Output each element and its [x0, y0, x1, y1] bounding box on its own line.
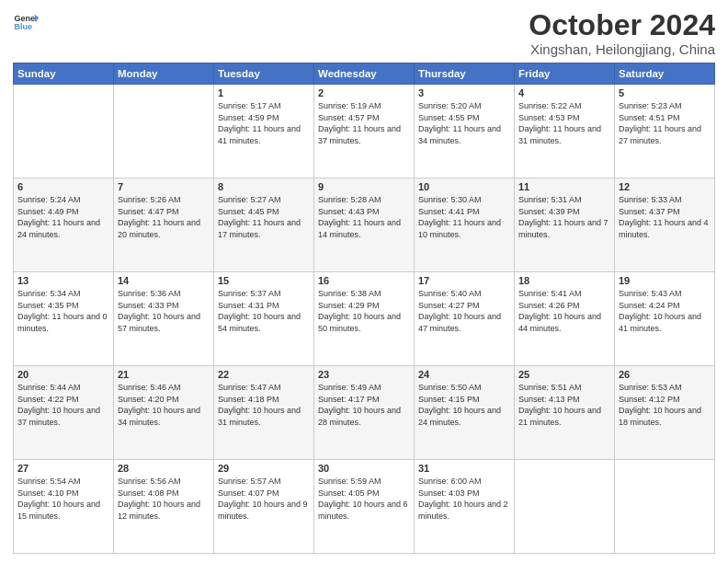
calendar-cell: 5Sunrise: 5:23 AM Sunset: 4:51 PM Daylig… [615, 85, 715, 178]
calendar-cell [14, 85, 114, 178]
calendar-cell: 25Sunrise: 5:51 AM Sunset: 4:13 PM Dayli… [515, 366, 615, 460]
day-info: Sunrise: 5:24 AM Sunset: 4:49 PM Dayligh… [17, 194, 109, 240]
calendar-cell: 31Sunrise: 6:00 AM Sunset: 4:03 PM Dayli… [415, 460, 515, 554]
day-number: 11 [518, 181, 610, 192]
day-info: Sunrise: 5:17 AM Sunset: 4:59 PM Dayligh… [218, 100, 310, 146]
day-number: 26 [619, 369, 711, 380]
day-info: Sunrise: 5:33 AM Sunset: 4:37 PM Dayligh… [619, 194, 711, 240]
day-number: 19 [619, 275, 711, 286]
calendar-cell: 8Sunrise: 5:27 AM Sunset: 4:45 PM Daylig… [214, 178, 314, 272]
subtitle: Xingshan, Heilongjiang, China [529, 41, 715, 57]
day-number: 10 [418, 181, 510, 192]
calendar-cell [114, 85, 214, 178]
calendar-cell: 28Sunrise: 5:56 AM Sunset: 4:08 PM Dayli… [114, 460, 214, 554]
calendar-header-row: SundayMondayTuesdayWednesdayThursdayFrid… [14, 63, 715, 85]
weekday-header-monday: Monday [114, 63, 214, 85]
day-info: Sunrise: 5:50 AM Sunset: 4:15 PM Dayligh… [418, 382, 510, 428]
calendar-cell: 4Sunrise: 5:22 AM Sunset: 4:53 PM Daylig… [515, 85, 615, 178]
calendar-week-2: 6Sunrise: 5:24 AM Sunset: 4:49 PM Daylig… [14, 178, 715, 272]
day-info: Sunrise: 5:40 AM Sunset: 4:27 PM Dayligh… [418, 288, 510, 334]
day-number: 30 [318, 463, 410, 474]
day-number: 22 [218, 369, 310, 380]
calendar-cell: 11Sunrise: 5:31 AM Sunset: 4:39 PM Dayli… [515, 178, 615, 272]
calendar-cell: 30Sunrise: 5:59 AM Sunset: 4:05 PM Dayli… [314, 460, 415, 554]
main-title: October 2024 [529, 9, 715, 41]
calendar-cell: 9Sunrise: 5:28 AM Sunset: 4:43 PM Daylig… [314, 178, 415, 272]
day-info: Sunrise: 5:22 AM Sunset: 4:53 PM Dayligh… [518, 100, 610, 146]
day-number: 27 [17, 463, 109, 474]
calendar-week-1: 1Sunrise: 5:17 AM Sunset: 4:59 PM Daylig… [14, 85, 715, 178]
day-info: Sunrise: 5:23 AM Sunset: 4:51 PM Dayligh… [619, 100, 711, 146]
title-block: October 2024 Xingshan, Heilongjiang, Chi… [529, 9, 715, 57]
day-info: Sunrise: 5:20 AM Sunset: 4:55 PM Dayligh… [418, 100, 510, 146]
calendar-cell: 26Sunrise: 5:53 AM Sunset: 4:12 PM Dayli… [615, 366, 715, 460]
day-number: 7 [118, 181, 210, 192]
day-number: 8 [218, 181, 310, 192]
day-info: Sunrise: 5:46 AM Sunset: 4:20 PM Dayligh… [118, 382, 210, 428]
calendar-cell: 1Sunrise: 5:17 AM Sunset: 4:59 PM Daylig… [214, 85, 314, 178]
day-number: 5 [619, 87, 711, 98]
day-info: Sunrise: 5:34 AM Sunset: 4:35 PM Dayligh… [17, 288, 109, 334]
page: General Blue October 2024 Xingshan, Heil… [0, 0, 728, 563]
day-number: 2 [318, 87, 410, 98]
day-number: 28 [118, 463, 210, 474]
calendar-cell: 17Sunrise: 5:40 AM Sunset: 4:27 PM Dayli… [415, 272, 515, 366]
day-info: Sunrise: 5:27 AM Sunset: 4:45 PM Dayligh… [218, 194, 310, 240]
day-number: 1 [218, 87, 310, 98]
day-info: Sunrise: 5:57 AM Sunset: 4:07 PM Dayligh… [218, 476, 310, 522]
day-info: Sunrise: 5:30 AM Sunset: 4:41 PM Dayligh… [418, 194, 510, 240]
calendar-cell: 7Sunrise: 5:26 AM Sunset: 4:47 PM Daylig… [114, 178, 214, 272]
day-info: Sunrise: 5:47 AM Sunset: 4:18 PM Dayligh… [218, 382, 310, 428]
weekday-header-saturday: Saturday [615, 63, 715, 85]
weekday-header-wednesday: Wednesday [314, 63, 415, 85]
header: General Blue October 2024 Xingshan, Heil… [13, 9, 715, 57]
day-number: 6 [17, 181, 109, 192]
day-info: Sunrise: 5:41 AM Sunset: 4:26 PM Dayligh… [518, 288, 610, 334]
calendar-cell: 19Sunrise: 5:43 AM Sunset: 4:24 PM Dayli… [615, 272, 715, 366]
calendar-cell: 3Sunrise: 5:20 AM Sunset: 4:55 PM Daylig… [415, 85, 515, 178]
day-number: 15 [218, 275, 310, 286]
calendar-cell: 20Sunrise: 5:44 AM Sunset: 4:22 PM Dayli… [14, 366, 114, 460]
day-number: 14 [118, 275, 210, 286]
calendar-table: SundayMondayTuesdayWednesdayThursdayFrid… [13, 63, 715, 554]
calendar-cell: 6Sunrise: 5:24 AM Sunset: 4:49 PM Daylig… [14, 178, 114, 272]
calendar-week-4: 20Sunrise: 5:44 AM Sunset: 4:22 PM Dayli… [14, 366, 715, 460]
calendar-week-5: 27Sunrise: 5:54 AM Sunset: 4:10 PM Dayli… [14, 460, 715, 554]
weekday-header-tuesday: Tuesday [214, 63, 314, 85]
calendar-cell: 2Sunrise: 5:19 AM Sunset: 4:57 PM Daylig… [314, 85, 415, 178]
day-number: 17 [418, 275, 510, 286]
calendar-cell: 29Sunrise: 5:57 AM Sunset: 4:07 PM Dayli… [214, 460, 314, 554]
day-info: Sunrise: 5:59 AM Sunset: 4:05 PM Dayligh… [318, 476, 410, 522]
logo-icon: General Blue [13, 9, 39, 35]
calendar-cell: 12Sunrise: 5:33 AM Sunset: 4:37 PM Dayli… [615, 178, 715, 272]
day-number: 24 [418, 369, 510, 380]
day-info: Sunrise: 5:26 AM Sunset: 4:47 PM Dayligh… [118, 194, 210, 240]
day-number: 4 [518, 87, 610, 98]
calendar-week-3: 13Sunrise: 5:34 AM Sunset: 4:35 PM Dayli… [14, 272, 715, 366]
day-info: Sunrise: 5:37 AM Sunset: 4:31 PM Dayligh… [218, 288, 310, 334]
day-number: 23 [318, 369, 410, 380]
day-info: Sunrise: 5:36 AM Sunset: 4:33 PM Dayligh… [118, 288, 210, 334]
calendar-cell: 13Sunrise: 5:34 AM Sunset: 4:35 PM Dayli… [14, 272, 114, 366]
logo: General Blue [13, 9, 39, 35]
weekday-header-friday: Friday [515, 63, 615, 85]
day-info: Sunrise: 6:00 AM Sunset: 4:03 PM Dayligh… [418, 476, 510, 522]
weekday-header-thursday: Thursday [415, 63, 515, 85]
day-number: 18 [518, 275, 610, 286]
calendar-cell: 10Sunrise: 5:30 AM Sunset: 4:41 PM Dayli… [415, 178, 515, 272]
calendar-cell: 15Sunrise: 5:37 AM Sunset: 4:31 PM Dayli… [214, 272, 314, 366]
calendar-cell [615, 460, 715, 554]
calendar-cell: 16Sunrise: 5:38 AM Sunset: 4:29 PM Dayli… [314, 272, 415, 366]
day-info: Sunrise: 5:53 AM Sunset: 4:12 PM Dayligh… [619, 382, 711, 428]
day-number: 25 [518, 369, 610, 380]
day-info: Sunrise: 5:19 AM Sunset: 4:57 PM Dayligh… [318, 100, 410, 146]
calendar-cell: 24Sunrise: 5:50 AM Sunset: 4:15 PM Dayli… [415, 366, 515, 460]
day-info: Sunrise: 5:56 AM Sunset: 4:08 PM Dayligh… [118, 476, 210, 522]
day-number: 21 [118, 369, 210, 380]
day-number: 9 [318, 181, 410, 192]
day-info: Sunrise: 5:51 AM Sunset: 4:13 PM Dayligh… [518, 382, 610, 428]
calendar-cell [515, 460, 615, 554]
day-number: 12 [619, 181, 711, 192]
day-info: Sunrise: 5:49 AM Sunset: 4:17 PM Dayligh… [318, 382, 410, 428]
day-info: Sunrise: 5:44 AM Sunset: 4:22 PM Dayligh… [17, 382, 109, 428]
